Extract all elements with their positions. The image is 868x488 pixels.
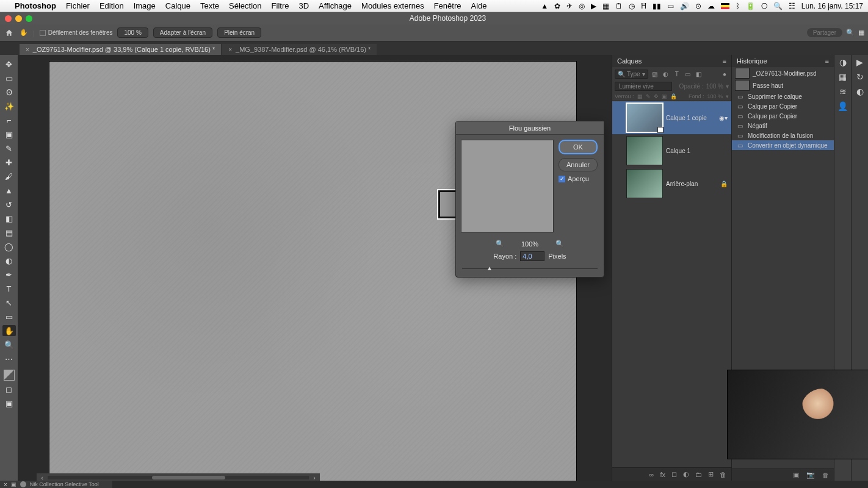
history-step[interactable]: ▭Calque par Copier [732, 111, 834, 121]
history-step[interactable]: ▭Supprimer le calque [732, 92, 834, 101]
radius-input[interactable] [520, 251, 544, 261]
dialog-preview[interactable] [461, 140, 554, 232]
lock-pixels-icon[interactable]: ▦ [637, 93, 643, 99]
color-panel-icon[interactable]: ◑ [834, 55, 851, 70]
menubar-icon[interactable]: 🗒 [615, 2, 623, 10]
frame-tool[interactable]: ▣ [2, 129, 16, 140]
control-center-icon[interactable]: ☷ [789, 2, 795, 10]
group-icon[interactable]: 🗀 [695, 471, 702, 478]
menubar-icon[interactable]: Ħ [641, 2, 646, 10]
history-step[interactable]: ▭Modification de la fusion [732, 131, 834, 140]
marquee-tool[interactable]: ▭ [2, 73, 16, 84]
opacity-value[interactable]: 100 % [706, 83, 723, 90]
hand-tool-icon[interactable]: ✋ [20, 29, 28, 37]
fx-icon[interactable]: fx [660, 471, 665, 478]
workspace-icon[interactable]: ▦ [858, 29, 864, 37]
layers-title[interactable]: Calques [617, 57, 642, 65]
layer-name[interactable]: Arrière-plan [666, 181, 698, 187]
color-swatches[interactable] [4, 370, 15, 381]
zoom-in-icon[interactable]: 🔍 [555, 240, 564, 248]
menubar-icon[interactable]: ✈ [566, 2, 573, 10]
wifi-icon[interactable]: ⎔ [761, 2, 767, 10]
close-icon[interactable]: × [228, 46, 232, 53]
search-icon[interactable]: 🔍 [773, 2, 783, 10]
filter-type-icon[interactable]: T [673, 70, 681, 78]
menu-layer[interactable]: Calque [165, 1, 190, 10]
history-snapshot[interactable]: Passe haut [732, 79, 834, 92]
wand-tool[interactable]: ✨ [2, 101, 16, 112]
doc-tab-active[interactable]: ×_OZ97613-Modifier.psd @ 33,9% (Calque 1… [20, 44, 221, 55]
hand-tool[interactable]: ✋ [2, 325, 16, 336]
scroll-windows-checkbox[interactable] [40, 30, 46, 36]
history-title[interactable]: Historique [737, 57, 767, 65]
menubar-icon[interactable]: ◎ [579, 2, 585, 10]
history-step[interactable]: ▭Calque par Copier [732, 101, 834, 111]
more-tools[interactable]: ⋯ [2, 353, 16, 364]
new-document-icon[interactable]: ▣ [793, 471, 799, 479]
filter-toggle[interactable]: ● [720, 70, 729, 78]
actions-panel-icon[interactable]: ▶ [852, 55, 868, 70]
quickmask-button[interactable]: ◻ [2, 384, 16, 395]
menu-view[interactable]: Affichage [319, 1, 352, 10]
crop-tool[interactable]: ⌐ [2, 115, 16, 126]
bluetooth-icon[interactable]: ᛒ [736, 2, 740, 10]
eyedropper-tool[interactable]: ✎ [2, 143, 16, 154]
menubar-icon[interactable]: ◷ [629, 2, 635, 10]
type-tool[interactable]: T [2, 283, 16, 294]
adjustment-icon[interactable]: ◐ [683, 470, 689, 478]
fit-screen-button[interactable]: Adapter à l'écran [153, 27, 212, 38]
history-snapshot[interactable]: _OZ97613-Modifier.psd [732, 67, 834, 79]
menu-file[interactable]: Fichier [66, 1, 90, 10]
menubar-icon[interactable]: ▶ [591, 2, 596, 10]
history-step[interactable]: ▭Convertir en objet dynamique [732, 140, 834, 150]
menubar-icon[interactable]: ▦ [602, 2, 609, 10]
radius-slider[interactable]: ▲ [462, 265, 598, 272]
menubar-icon[interactable]: ▲ [541, 2, 548, 10]
horizontal-scrollbar[interactable]: ‹› [37, 473, 320, 481]
swatches-panel-icon[interactable]: ▦ [834, 70, 851, 84]
maximize-window-button[interactable] [26, 15, 32, 22]
filter-type-dropdown[interactable]: 🔍Type▾ [615, 70, 648, 79]
properties-panel-icon[interactable]: 👤 [834, 99, 851, 113]
menubar-icon[interactable]: ⊙ [695, 2, 701, 10]
layer-name[interactable]: Calque 1 copie [666, 115, 707, 121]
home-button[interactable] [4, 27, 15, 38]
app-name[interactable]: Photoshop [15, 1, 56, 10]
clock[interactable]: Lun. 16 janv. 15:17 [801, 2, 863, 10]
screenmode-button[interactable]: ▣ [2, 398, 16, 409]
close-icon[interactable]: × [4, 481, 7, 488]
close-window-button[interactable] [5, 15, 12, 22]
panel-menu-icon[interactable]: ≡ [723, 57, 726, 65]
share-button[interactable]: Partager [807, 28, 842, 37]
search-icon[interactable]: 🔍 [846, 29, 855, 37]
layer-item[interactable]: Calque 1 copie ◉▾ [612, 101, 731, 134]
stamp-tool[interactable]: ▲ [2, 185, 16, 196]
filter-image-icon[interactable]: ▧ [651, 70, 659, 78]
lock-artboard-icon[interactable]: ▣ [662, 93, 667, 99]
cancel-button[interactable]: Annuler [559, 158, 598, 171]
new-layer-icon[interactable]: ⊞ [708, 470, 714, 478]
zoom-out-icon[interactable]: 🔍 [496, 240, 504, 248]
doc-tab[interactable]: ×_MG_9387-Modifier.psd @ 46,1% (RVB/16) … [222, 44, 377, 55]
channels-panel-icon[interactable]: ◐ [852, 84, 868, 99]
filter-shape-icon[interactable]: ▭ [684, 70, 692, 78]
layer-name[interactable]: Calque 1 [666, 148, 690, 154]
menubar-icon[interactable]: ▭ [667, 2, 674, 10]
menu-3d[interactable]: 3D [298, 1, 309, 10]
paths-panel-icon[interactable]: ↻ [852, 70, 868, 84]
delete-icon[interactable]: 🗑 [822, 472, 829, 479]
blend-mode-dropdown[interactable]: Lumière vive [615, 82, 672, 91]
menu-image[interactable]: Image [134, 1, 156, 10]
menu-plugins[interactable]: Modules externes [361, 1, 424, 10]
menu-help[interactable]: Aide [471, 1, 486, 10]
fullscreen-button[interactable]: Plein écran [217, 27, 261, 38]
menubar-icon[interactable]: ▮▮ [653, 2, 661, 10]
menu-window[interactable]: Fenêtre [434, 1, 461, 10]
dialog-title[interactable]: Flou gaussien [456, 121, 604, 135]
close-icon[interactable]: × [26, 46, 29, 53]
zoom-level[interactable]: 100 % [117, 27, 148, 38]
eraser-tool[interactable]: ◧ [2, 213, 16, 224]
snapshot-icon[interactable]: 📷 [806, 471, 815, 479]
gradient-tool[interactable]: ▤ [2, 227, 16, 238]
menubar-icon[interactable]: ☁ [707, 2, 715, 10]
